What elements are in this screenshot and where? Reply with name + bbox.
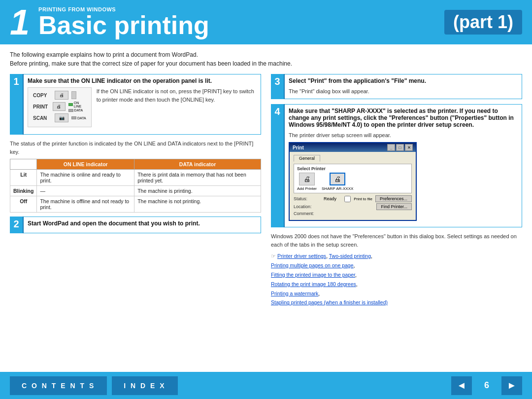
intro-line2: Before printing, make sure that the corr… <box>10 60 292 67</box>
link-watermark[interactable]: Printing a watermark <box>271 290 318 296</box>
step3-content: Select "Print" from the application's "F… <box>285 74 522 99</box>
scan-indicator-row: DATA <box>71 116 86 120</box>
panel-copy-label: COPY <box>33 93 52 98</box>
step2-content: Start WordPad and open the document that… <box>24 217 261 233</box>
dialog-comment-row: Comment: <box>294 211 412 216</box>
left-column: 1 Make sure that the ON LINE indicator o… <box>10 74 261 366</box>
dialog-status-value: Ready <box>324 196 336 201</box>
index-button[interactable]: I N D E X <box>112 376 177 395</box>
step4-title: Make sure that "SHARP AR-XXXX" is select… <box>289 108 518 128</box>
table-cell-online: The machine is online and ready to print… <box>37 170 134 186</box>
step1-content: Make sure that the ON LINE indicator on … <box>24 74 261 135</box>
panel-print-label: PRINT <box>33 104 50 109</box>
table-cell-data: There is print data in memory that has n… <box>134 170 261 186</box>
dialog-titlebar: Print _ □ ✕ <box>290 143 416 152</box>
link-rotating[interactable]: Rotating the print image 180 degrees <box>271 281 356 287</box>
dialog-printers: 🖨 Add Printer 🖨 SHARP AR-XXXX <box>297 173 408 191</box>
main-content: The following example explains how to pr… <box>0 44 532 372</box>
step1-block: 1 Make sure that the ON LINE indicator o… <box>10 74 261 135</box>
table-header-online: ON LINE indicator <box>37 159 134 170</box>
data-indicator-label: DATA <box>74 109 83 112</box>
add-printer-icon: 🖨 <box>299 173 315 185</box>
step2-number: 2 <box>10 217 24 233</box>
status-desc: The status of the printer function is in… <box>10 140 261 156</box>
panel-scan-row: SCAN 📷 DATA <box>33 113 86 122</box>
step2-title: Start WordPad and open the document that… <box>28 220 257 227</box>
header-text: PRINTING FROM WINDOWS Basic printing <box>38 6 209 38</box>
dialog-body: General Select Printer 🖨 Add Printer <box>290 152 416 220</box>
table-cell-data: The machine is printing. <box>134 186 261 196</box>
link-two-sided-printing[interactable]: Two-sided printing <box>329 253 371 259</box>
online-indicator-label: ON LINE <box>74 101 86 108</box>
next-page-button[interactable]: ► <box>501 376 522 395</box>
print-to-file-label: Print to file <box>354 197 372 201</box>
print-to-file-checkbox[interactable] <box>344 196 351 202</box>
page-header: 1 PRINTING FROM WINDOWS Basic printing (… <box>0 0 532 44</box>
indicator-table: ON LINE indicator DATA indicator Lit The… <box>10 159 261 213</box>
scan-data-label: DATA <box>77 116 86 120</box>
print-indicator: ON LINE DATA <box>68 101 86 112</box>
dialog-maximize: □ <box>396 144 404 151</box>
page-footer: C O N T E N T S I N D E X ◄ 6 ► <box>0 372 532 399</box>
data-indicator-row: DATA <box>68 109 86 112</box>
scan-data-light <box>71 116 76 119</box>
windows-note: Windows 2000 does not have the "Preferen… <box>271 232 522 249</box>
step2-block: 2 Start WordPad and open the document th… <box>10 217 261 233</box>
dialog-tab-general: General <box>294 155 320 162</box>
dialog-status-row: Status: Ready Print to file Preferences.… <box>294 195 412 202</box>
link-multiple-pages[interactable]: Printing multiple pages on one page <box>271 262 354 268</box>
step1-number: 1 <box>10 74 24 135</box>
dialog-tabs: General <box>294 155 412 162</box>
sharp-printer-label: SHARP AR-XXXX <box>322 186 353 191</box>
find-printer-button[interactable]: Find Printer... <box>376 203 412 210</box>
dialog-status-label: Status: <box>294 196 321 201</box>
add-printer-item: 🖨 Add Printer <box>297 173 317 191</box>
table-header-empty <box>10 159 37 170</box>
online-indicator-row: ON LINE <box>68 101 86 108</box>
panel-copy-icon: 🖨 <box>55 91 68 100</box>
table-cell-online: The machine is offline and not ready to … <box>37 196 134 213</box>
panel-print-icon: 🖨 <box>53 102 65 111</box>
preferences-button[interactable]: Preferences... <box>375 195 412 202</box>
table-cell-state: Off <box>10 196 37 213</box>
dialog-section-title: Select Printer <box>297 166 408 171</box>
step1-body: If the ON LINE indicator is not on, pres… <box>97 87 257 131</box>
sharp-printer-icon: 🖨 <box>330 173 345 185</box>
step4-body: The printer driver setup screen will app… <box>289 131 518 140</box>
prev-page-button[interactable]: ◄ <box>451 376 472 395</box>
panel-scan-label: SCAN <box>33 115 52 121</box>
dialog-location-row: Location: Find Printer... <box>294 203 412 210</box>
table-cell-online: — <box>37 186 134 196</box>
table-cell-state: Lit <box>10 170 37 186</box>
link-fitting-image[interactable]: Fitting the printed image to the paper <box>271 272 355 278</box>
step1-title: Make sure that the ON LINE indicator on … <box>28 77 257 84</box>
table-row: Off The machine is offline and not ready… <box>10 196 261 213</box>
link-prefix-icon: ☞ <box>271 253 276 259</box>
table-cell-state: Blinking <box>10 186 37 196</box>
dialog-select-printer-section: Select Printer 🖨 Add Printer 🖨 SHARP AR-… <box>294 164 412 193</box>
content-columns: 1 Make sure that the ON LINE indicator o… <box>10 74 522 366</box>
link-stapling[interactable]: Stapling printed pages (when a finisher … <box>271 299 388 305</box>
contents-button[interactable]: C O N T E N T S <box>10 376 107 395</box>
panel-scan-icon: 📷 <box>55 113 68 122</box>
dialog-location-label: Location: <box>294 204 321 209</box>
step3-body: The "Print" dialog box will appear. <box>289 87 518 96</box>
panel-copy-row: COPY 🖨 <box>33 91 86 100</box>
print-dialog-screenshot: Print _ □ ✕ General <box>289 142 417 221</box>
header-title: Basic printing <box>38 12 209 38</box>
header-part: (part 1) <box>444 10 522 35</box>
link-printer-driver-settings[interactable]: Printer driver settings <box>277 253 326 259</box>
links-section: ☞ Printer driver settings, Two-sided pri… <box>271 252 522 307</box>
chapter-number: 1 <box>10 4 30 40</box>
sharp-printer-item: 🖨 SHARP AR-XXXX <box>322 173 353 191</box>
step3-title: Select "Print" from the application's "F… <box>289 77 518 84</box>
online-indicator-light <box>68 103 73 106</box>
table-header-data: DATA indicator <box>134 159 261 170</box>
printer-panel: COPY 🖨 PRINT 🖨 ON LINE <box>28 87 92 127</box>
dialog-minimize: _ <box>387 144 395 151</box>
table-row: Blinking — The machine is printing. <box>10 186 261 196</box>
step4-content: Make sure that "SHARP AR-XXXX" is select… <box>285 104 522 228</box>
dialog-controls: _ □ ✕ <box>387 144 413 151</box>
step4-number: 4 <box>271 104 285 228</box>
step3-number: 3 <box>271 74 285 99</box>
